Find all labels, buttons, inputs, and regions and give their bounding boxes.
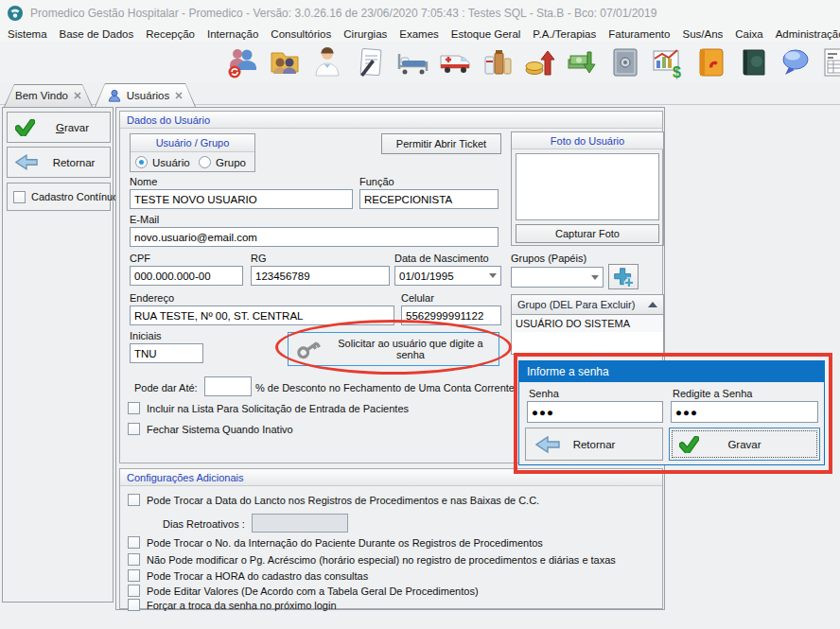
iniciais-input[interactable] [130, 343, 203, 363]
radio-grupo-dot[interactable] [199, 156, 211, 168]
solicitar-senha-button[interactable]: Solicitar ao usuário que digite a senha [288, 332, 499, 366]
tab-usuarios[interactable]: Usuários [95, 83, 196, 107]
pharmacy-icon[interactable] [480, 44, 515, 80]
checkbox-forcar-troca-senha[interactable]: Forçar a troca da senha no próximo login [128, 599, 337, 611]
checkbox-box[interactable] [128, 553, 140, 566]
phone-book-icon[interactable] [692, 44, 727, 80]
close-icon[interactable] [74, 92, 81, 99]
desconto-input[interactable] [204, 376, 252, 396]
dialog-title: Informe a senha [527, 365, 609, 378]
checkbox-box[interactable] [128, 423, 140, 435]
permitir-abrir-ticket-button[interactable]: Permitir Abrir Ticket [381, 133, 501, 154]
radio-usuario[interactable]: Usuário [135, 156, 190, 168]
menu-administracao[interactable]: Administração [776, 28, 840, 40]
menu-estoque-geral[interactable]: Estoque Geral [451, 28, 521, 40]
safe-icon[interactable] [607, 44, 642, 80]
cadastro-continuo-checkbox[interactable]: Cadastro Contínuo [7, 183, 111, 211]
rg-label: RG [251, 253, 267, 264]
checkbox-box[interactable] [128, 599, 140, 611]
ambulance-icon[interactable] [437, 44, 472, 80]
add-grupo-button[interactable] [608, 264, 639, 289]
tab-bem-vindo[interactable]: Bem Vindo [4, 84, 93, 107]
grupo-list-header[interactable]: Grupo (DEL Para Excluir) [511, 294, 664, 315]
hospital-bed-icon[interactable] [394, 44, 429, 80]
chart-dollar-icon[interactable]: $ [650, 44, 685, 80]
chat-bubble-icon[interactable] [778, 44, 813, 80]
retornar-button[interactable]: Retornar [7, 147, 111, 178]
checkbox-no-internacao[interactable]: Pode Trocar o No. da Internação do Pacie… [128, 536, 543, 549]
senha-input[interactable] [527, 401, 663, 423]
money-down-icon[interactable] [565, 44, 600, 80]
checkbox-hora-consultas[interactable]: Pode Trocar a HORA do cadastro das consu… [128, 569, 368, 582]
close-icon[interactable] [175, 92, 183, 99]
clipboard-pen-icon[interactable] [352, 44, 387, 80]
checkbox-box[interactable] [128, 536, 140, 549]
users-folder-icon[interactable] [267, 44, 302, 80]
redigite-senha-input[interactable] [671, 401, 818, 423]
iniciais-label: Iniciais [130, 330, 162, 341]
checkbox-box[interactable] [128, 494, 140, 506]
menu-caixa[interactable]: Caixa [735, 28, 762, 40]
endereco-input[interactable] [130, 306, 394, 325]
menu-faturamento[interactable]: Faturamento [608, 28, 670, 40]
menu-base-de-dados[interactable]: Base de Dados [60, 28, 134, 40]
users-sync-icon[interactable] [224, 44, 259, 80]
menu-pa-terapias[interactable]: P.A./Terapias [533, 28, 596, 40]
radio-usuario-dot[interactable] [135, 156, 148, 168]
checkbox-data-lancto[interactable]: Pode Trocar a Data do Lancto nos Registr… [128, 494, 539, 506]
endereco-label: Endereço [130, 292, 174, 304]
add-plus-icon [613, 267, 634, 288]
menu-sus-ans[interactable]: Sus/Ans [682, 28, 723, 40]
celular-input[interactable] [401, 306, 501, 325]
foto-header: Foto do Usuário [512, 132, 663, 149]
checkbox-box[interactable] [13, 191, 26, 203]
menu-recepcao[interactable]: Recepção [146, 28, 195, 40]
money-up-icon[interactable] [522, 44, 557, 80]
grupos-papeis-combo[interactable] [511, 267, 604, 288]
chevron-down-icon[interactable] [489, 273, 497, 278]
data-nascimento-combo[interactable]: 01/01/1995 [394, 266, 501, 286]
funcao-input[interactable] [359, 189, 499, 209]
checkbox-fechar-sistema[interactable]: Fechar Sistema Quando Inativo [128, 423, 293, 435]
funcao-label: Função [359, 176, 394, 187]
dialog-gravar-button[interactable]: Gravar [669, 428, 820, 461]
cadastro-continuo-label: Cadastro Contínuo [31, 191, 118, 202]
redigite-senha-label: Redigite a Senha [673, 388, 752, 399]
cpf-input[interactable] [130, 266, 243, 286]
grupo-item-label: USUÁRIO DO SISTEMA [516, 318, 630, 329]
nome-input[interactable] [130, 189, 353, 209]
menu-exames[interactable]: Exames [399, 28, 439, 40]
gravar-button[interactable]: Gravar [7, 112, 111, 143]
list-item[interactable]: USUÁRIO DO SISTEMA [512, 315, 663, 332]
data-nascimento-label: Data de Nascimento [394, 253, 489, 264]
menu-consultorios[interactable]: Consultórios [271, 28, 331, 40]
menu-cirurgias[interactable]: Cirurgias [343, 28, 387, 40]
doctor-icon[interactable] [309, 44, 344, 80]
form-grid-icon[interactable] [820, 44, 840, 80]
checkbox-pg-acrescimo[interactable]: Não Pode modificar o Pg. Acréscimo (horá… [128, 553, 616, 566]
checkbox-box[interactable] [128, 402, 140, 414]
checkbox-incluir-lista[interactable]: Incluir na Lista Para Solicitação de Ent… [128, 402, 409, 414]
checkbox-box[interactable] [128, 585, 140, 597]
chevron-down-icon[interactable] [591, 275, 599, 280]
data-nascimento-value: 01/01/1995 [399, 271, 454, 282]
checkbox-editar-valores[interactable]: Pode Editar Valores (De Acordo com a Tab… [128, 585, 479, 597]
dialog-retornar-button[interactable]: Retornar [525, 428, 663, 461]
tipo-usuario-grupo-box: Usuário / Grupo Usuário Grupo [130, 133, 255, 172]
dialog-retornar-label: Retornar [573, 439, 616, 450]
foto-header-label: Foto do Usuário [551, 135, 624, 147]
gravar-label: Gravar [35, 122, 110, 133]
rg-input[interactable] [251, 266, 390, 286]
radio-grupo-label: Grupo [216, 157, 246, 168]
arrow-left-icon [535, 436, 560, 453]
desconto-suffix-label: % de Desconto no Fechamento de Uma Conta… [255, 382, 515, 393]
ledger-book-icon[interactable] [735, 44, 770, 80]
menu-internacao[interactable]: Internação [207, 28, 258, 40]
menu-sistema[interactable]: Sistema [8, 28, 47, 40]
radio-grupo[interactable]: Grupo [199, 156, 246, 168]
checkbox-box[interactable] [128, 569, 140, 582]
tab-bem-vindo-label: Bem Vindo [15, 90, 68, 101]
email-input[interactable] [130, 227, 499, 247]
desconto-prefix-label: Pode dar Até: [134, 382, 198, 393]
capturar-foto-button[interactable]: Capturar Foto [516, 224, 659, 243]
